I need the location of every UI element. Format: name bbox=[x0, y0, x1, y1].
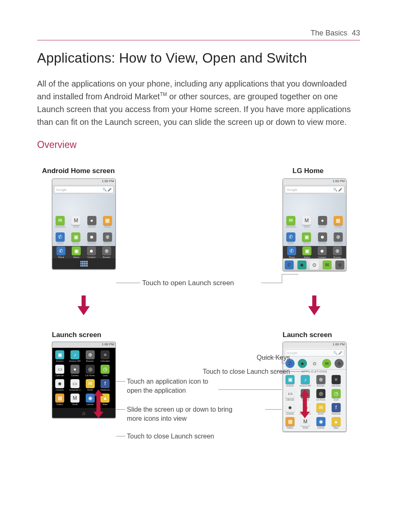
app-icon-label: Contacts bbox=[284, 412, 296, 415]
dock-icon: ✉ bbox=[323, 260, 332, 270]
leader-line bbox=[116, 436, 125, 436]
app-icon-glyph: = bbox=[332, 375, 341, 384]
app-icon-glyph: ✆ bbox=[286, 232, 295, 241]
app-icon-glyph: f bbox=[101, 379, 110, 388]
status-bar: 1:00 PM bbox=[283, 342, 346, 348]
home-button-bar: ⌂ bbox=[52, 408, 115, 418]
leader-line bbox=[282, 357, 282, 363]
app-icon: ▣Amazon bbox=[284, 375, 296, 387]
app-icon-glyph: ▭ bbox=[55, 365, 64, 374]
leader-line bbox=[282, 274, 282, 283]
app-icon-label: Gmail bbox=[70, 225, 82, 228]
launch-app-grid: ▣Amazon♪Amazon MP3⊕Browser=Calculator▭Ca… bbox=[52, 348, 115, 408]
app-icon: ⊕Browser bbox=[102, 232, 113, 244]
app-icon-glyph: ▭ bbox=[285, 389, 295, 398]
leader-line bbox=[116, 409, 125, 410]
app-icon-glyph: M bbox=[70, 394, 80, 403]
launch-app-grid: ▣Amazon♪Amazon MP3⊕Browser=Calculator▭Ca… bbox=[283, 373, 346, 431]
home-icon-row-2: ✆Phone▣Market☻Contacts⊕Browser bbox=[52, 232, 115, 244]
lg-quick-keys: ✆☻⊙✉⊕ bbox=[283, 358, 346, 370]
phone-lg-home: 1:00 PM Google🔍 🎤 ✉MessagingMGmail●Camer… bbox=[283, 178, 346, 271]
app-icon-glyph: ⊕ bbox=[334, 232, 343, 241]
app-icon: ⊕Browser bbox=[84, 350, 96, 362]
app-icon-glyph: = bbox=[101, 350, 110, 359]
app-icon-glyph: ▣ bbox=[71, 232, 80, 241]
app-icon-glyph: ☻ bbox=[87, 246, 96, 255]
app-icon-glyph: ● bbox=[318, 216, 327, 225]
app-icon-label: Calendar bbox=[284, 398, 296, 401]
home-icon-row-1: ✉MessagingMGmail●Camera▦Gallery bbox=[52, 216, 115, 228]
app-icon: ✉Messaging bbox=[285, 216, 297, 228]
app-icon-glyph: ♪ bbox=[70, 350, 80, 359]
app-icon-label: Amazon bbox=[54, 360, 66, 362]
app-icon: ☻Contacts bbox=[86, 246, 97, 258]
app-icon-glyph: ⊕ bbox=[86, 350, 95, 359]
leader-line bbox=[218, 389, 282, 390]
app-icon: =Calculator bbox=[330, 375, 342, 387]
app-icon: ⊕Browser bbox=[315, 375, 327, 387]
app-icon-label: Corporate Calendar bbox=[69, 389, 81, 391]
app-icon: ✆Phone bbox=[286, 246, 297, 258]
app-icon-label: Gallery bbox=[54, 403, 66, 405]
app-icon: ▣Market bbox=[70, 246, 82, 258]
app-icon-label: Phone bbox=[54, 242, 66, 244]
label-launch-right: Launch screen bbox=[283, 331, 332, 339]
app-icon: ▣Market bbox=[301, 232, 312, 244]
header-section: The Basics bbox=[311, 29, 347, 37]
app-icon: ▣Amazon bbox=[54, 350, 66, 362]
app-icon: ♪Amazon MP3 bbox=[299, 375, 311, 387]
app-icon-label: Browser bbox=[101, 256, 112, 258]
page-title: Applications: How to View, Open and Swit… bbox=[37, 50, 360, 66]
app-icon: ▦Gallery bbox=[54, 394, 66, 405]
app-icon-label: Market bbox=[301, 256, 313, 258]
arrow-down-icon bbox=[77, 295, 90, 315]
app-icon: ✉Email bbox=[315, 403, 327, 415]
app-icon-glyph: ▣ bbox=[55, 350, 64, 359]
leader-line bbox=[116, 283, 140, 283]
drag-arrow-icon bbox=[94, 389, 103, 418]
app-icon-label: Browser bbox=[84, 360, 96, 362]
app-icon: fFacebook bbox=[330, 403, 342, 415]
app-icon-glyph: ☻ bbox=[318, 246, 327, 255]
quick-key-icon: ⊙ bbox=[310, 359, 319, 368]
app-icon: ☻Contacts bbox=[284, 403, 296, 415]
app-icon-label: Amazon MP3 bbox=[69, 360, 81, 362]
app-icon-glyph: ▦ bbox=[103, 216, 112, 225]
app-icon-label: Contacts bbox=[316, 256, 328, 258]
app-icon-label: Amazon MP3 bbox=[299, 384, 311, 387]
app-icon-glyph: ▭ bbox=[70, 379, 80, 388]
section-heading: Overview bbox=[37, 139, 360, 150]
app-icon-label: Gmail bbox=[301, 225, 312, 228]
status-bar: 1:00 PM bbox=[52, 342, 115, 348]
app-icon: MGmail bbox=[70, 216, 82, 228]
app-icon-glyph: ▦ bbox=[285, 417, 295, 426]
phone-android-home: 1:00 PM Google🔍 🎤 ✉MessagingMGmail●Camer… bbox=[52, 178, 116, 270]
app-icon-label: Market bbox=[70, 256, 82, 258]
phone-launch-android: 1:00 PM ▣Amazon♪Amazon MP3⊕Browser=Calcu… bbox=[52, 342, 116, 418]
home-icon-row-2: ✆Phone▣Market☻Contacts⊕Browser bbox=[283, 232, 346, 244]
quick-key-icon: ✉ bbox=[322, 359, 331, 368]
app-icon-glyph: ✆ bbox=[287, 246, 296, 255]
dock-icon: ⊕ bbox=[335, 260, 344, 270]
app-icon-glyph: ♪ bbox=[301, 375, 310, 384]
leader-line bbox=[282, 274, 298, 274]
arrow-down-icon bbox=[308, 295, 320, 315]
app-icon: ✆Phone bbox=[285, 232, 297, 244]
app-icon-label: Gallery bbox=[284, 427, 296, 429]
app-icon: ▭Calendar bbox=[284, 389, 296, 401]
app-icon-label: Maps bbox=[330, 427, 342, 429]
intro-paragraph: All of the applications on your phone, i… bbox=[37, 77, 360, 129]
app-icon-label: Market bbox=[301, 242, 312, 244]
app-icon: ☻Contacts bbox=[86, 232, 98, 244]
app-icon-glyph: ▣ bbox=[302, 246, 311, 255]
app-icon-label: Messaging bbox=[54, 225, 66, 228]
app-icon: ☻Contacts bbox=[316, 246, 328, 258]
app-icon: ⊕Browser bbox=[332, 232, 344, 244]
google-search-widget: Google🔍 🎤 bbox=[285, 349, 344, 356]
leader-line bbox=[265, 409, 282, 410]
app-icon-label: Calculator bbox=[99, 360, 111, 362]
app-icon-label: Facebook bbox=[330, 412, 342, 415]
app-icon-glyph: ◷ bbox=[101, 365, 110, 374]
app-icon-label: Camera bbox=[86, 225, 98, 228]
app-icon-label: Browser bbox=[332, 256, 343, 258]
